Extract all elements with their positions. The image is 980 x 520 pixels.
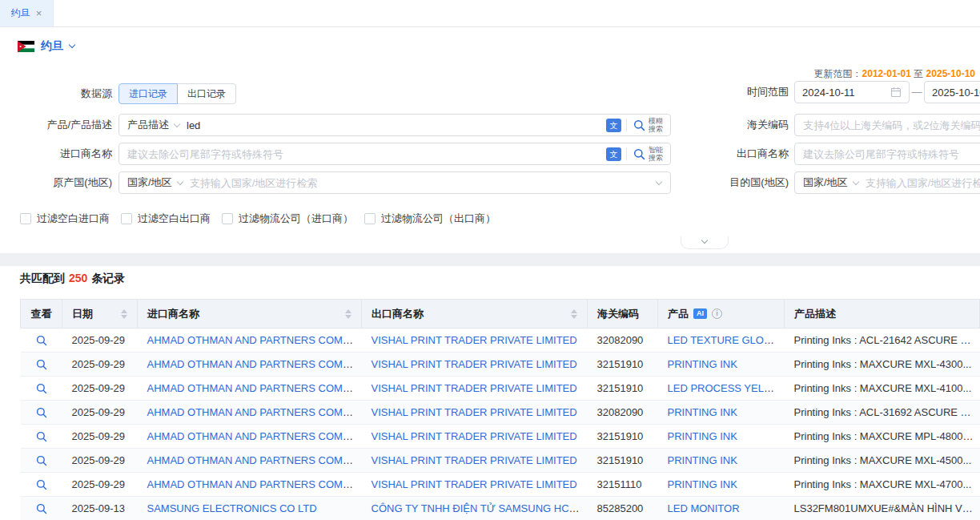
view-cell [21, 449, 62, 473]
importer-input[interactable] [127, 148, 601, 160]
chevron-down-icon [174, 120, 180, 127]
importer-link[interactable]: AHMAD OTHMAN AND PARTNERS COMPA... [147, 454, 362, 466]
filter-logistics-importer[interactable]: 过滤物流公司（进口商） [222, 212, 353, 226]
exporter-cell: VISHAL PRINT TRADER PRIVATE LIMITED [362, 353, 588, 377]
exporter-link[interactable]: VISHAL PRINT TRADER PRIVATE LIMITED [372, 406, 577, 418]
row-view-magnifier-icon[interactable] [36, 383, 47, 394]
sort-carets-icon[interactable] [345, 309, 351, 319]
date-cell: 2025-09-29 [62, 401, 138, 425]
hs-code-input[interactable] [803, 119, 980, 131]
row-view-magnifier-icon[interactable] [36, 455, 47, 466]
hs-code-cell: 32082090 [588, 329, 658, 353]
exporter-link[interactable]: VISHAL PRINT TRADER PRIVATE LIMITED [372, 382, 577, 394]
summary-suffix: 条记录 [91, 272, 125, 284]
importer-link[interactable]: AHMAD OTHMAN AND PARTNERS COMPA... [147, 382, 362, 394]
exporter-input[interactable] [803, 148, 980, 160]
country-selector[interactable]: 约旦 [18, 39, 74, 54]
info-circle-icon[interactable]: i [712, 308, 722, 319]
column-view-label: 查看 [31, 308, 52, 320]
checkbox-icon[interactable] [222, 213, 233, 224]
destination-country-select[interactable]: 国家/地区 [795, 175, 866, 190]
importer-link[interactable]: AHMAD OTHMAN AND PARTNERS COMPA... [147, 358, 362, 370]
translate-icon[interactable]: 文 [606, 147, 621, 161]
checkbox-icon[interactable] [364, 213, 376, 224]
export-records-button[interactable]: 出口记录 [177, 83, 236, 104]
row-view-magnifier-icon[interactable] [36, 431, 47, 442]
tab-close-icon[interactable]: × [36, 8, 42, 18]
row-view-magnifier-icon[interactable] [36, 503, 47, 514]
importer-link[interactable]: AHMAD OTHMAN AND PARTNERS COMPA... [147, 406, 362, 418]
importer-link[interactable]: AHMAD OTHMAN AND PARTNERS COMPA... [147, 334, 362, 346]
table-row: 2025-09-13SAMSUNG ELECTRONICS CO LTDCÔNG… [21, 497, 980, 520]
importer-search-box: 文 智能 搜索 [118, 143, 671, 165]
results-count: 250 [69, 272, 87, 284]
origin-country-box: 国家/地区 [118, 171, 671, 194]
sort-carets-icon[interactable] [571, 309, 577, 319]
time-start-input[interactable] [794, 81, 910, 103]
smart-search-label[interactable]: 智能 搜索 [649, 146, 663, 162]
product-link[interactable]: PRINTING INK [668, 406, 737, 418]
filter-empty-importer[interactable]: 过滤空白进口商 [20, 212, 110, 226]
importer-cell: AHMAD OTHMAN AND PARTNERS COMPA... [138, 473, 362, 497]
time-start-value[interactable] [802, 87, 890, 99]
hs-code-cell: 32151110 [588, 473, 658, 497]
product-link[interactable]: PRINTING INK [668, 478, 737, 490]
fuzzy-search-icon[interactable] [633, 119, 645, 131]
translate-icon[interactable]: 文 [606, 119, 621, 132]
filter-logistics-exporter[interactable]: 过滤物流公司（出口商） [364, 212, 496, 226]
ai-badge: AI [693, 308, 707, 319]
product-link[interactable]: LED TEXTURE GLOSS ... [668, 334, 785, 346]
exporter-link[interactable]: VISHAL PRINT TRADER PRIVATE LIMITED [372, 478, 577, 490]
smart-search-icon[interactable] [633, 148, 645, 160]
collapse-panel-button[interactable] [681, 236, 729, 249]
exporter-link[interactable]: VISHAL PRINT TRADER PRIVATE LIMITED [372, 430, 577, 442]
column-exporter-label: 出口商名称 [372, 307, 424, 321]
origin-country-select[interactable]: 国家/地区 [119, 175, 190, 190]
destination-country-input[interactable] [866, 177, 980, 189]
exporter-link[interactable]: VISHAL PRINT TRADER PRIVATE LIMITED [372, 358, 577, 370]
exporter-cell: VISHAL PRINT TRADER PRIVATE LIMITED [362, 377, 588, 401]
tab-jordan[interactable]: 约旦 × [0, 0, 54, 26]
row-view-magnifier-icon[interactable] [36, 359, 47, 370]
product-type-select[interactable]: 产品描述 [119, 118, 187, 132]
origin-country-input[interactable] [190, 177, 657, 189]
product-link[interactable]: PRINTING INK [668, 430, 737, 442]
row-view-magnifier-icon[interactable] [36, 335, 47, 346]
sort-carets-icon[interactable] [121, 309, 127, 319]
datasource-label: 数据源 [0, 83, 112, 104]
exporter-link[interactable]: VISHAL PRINT TRADER PRIVATE LIMITED [372, 454, 577, 466]
column-exporter[interactable]: 出口商名称 [362, 300, 588, 329]
hs-code-input-box[interactable] [794, 114, 980, 136]
app-window: 约旦 × 约旦 更新范围：2012-01-01 至 2025-10-10 数据源… [0, 0, 980, 520]
chevron-down-icon[interactable] [656, 178, 662, 184]
exporter-cell: CÔNG TY TNHH ĐIỆN TỬ SAMSUNG HCMC... [362, 497, 588, 520]
row-view-magnifier-icon[interactable] [36, 479, 47, 490]
time-end-input[interactable] [924, 81, 980, 103]
importer-link[interactable]: AHMAD OTHMAN AND PARTNERS COMPA... [147, 430, 362, 442]
importer-link[interactable]: SAMSUNG ELECTRONICS CO LTD [147, 502, 317, 514]
exporter-link[interactable]: VISHAL PRINT TRADER PRIVATE LIMITED [372, 334, 577, 346]
importer-cell: AHMAD OTHMAN AND PARTNERS COMPA... [138, 329, 362, 353]
product-input[interactable] [187, 119, 601, 131]
checkbox-icon[interactable] [121, 213, 132, 224]
product-link[interactable]: LED PROCESS YELLOW... [668, 382, 785, 394]
product-desc-cell: Printing Inks : ACL-21642 ASCURE LE... [785, 329, 980, 353]
row-view-magnifier-icon[interactable] [36, 407, 47, 418]
desc-text: Printing Inks : MAXCURE MXL-4100... [794, 382, 972, 394]
product-link[interactable]: LED MONITOR [668, 502, 740, 514]
checkbox-icon[interactable] [20, 213, 31, 224]
hs-code-label: 海关编码 [677, 114, 789, 136]
time-end-value[interactable] [932, 87, 980, 99]
smart-search-line2: 搜索 [649, 154, 663, 162]
exporter-link[interactable]: CÔNG TY TNHH ĐIỆN TỬ SAMSUNG HCMC... [372, 502, 588, 514]
exporter-input-box[interactable] [794, 143, 980, 165]
importer-cell: AHMAD OTHMAN AND PARTNERS COMPA... [138, 425, 362, 449]
importer-link[interactable]: AHMAD OTHMAN AND PARTNERS COMPA... [147, 478, 362, 490]
product-link[interactable]: PRINTING INK [668, 454, 737, 466]
filter-empty-exporter[interactable]: 过滤空白出口商 [121, 212, 211, 226]
column-importer[interactable]: 进口商名称 [138, 300, 362, 329]
fuzzy-search-label[interactable]: 模糊 搜索 [649, 117, 663, 133]
import-records-button[interactable]: 进口记录 [118, 83, 178, 104]
product-link[interactable]: PRINTING INK [668, 358, 737, 370]
column-date[interactable]: 日期 [62, 300, 138, 329]
